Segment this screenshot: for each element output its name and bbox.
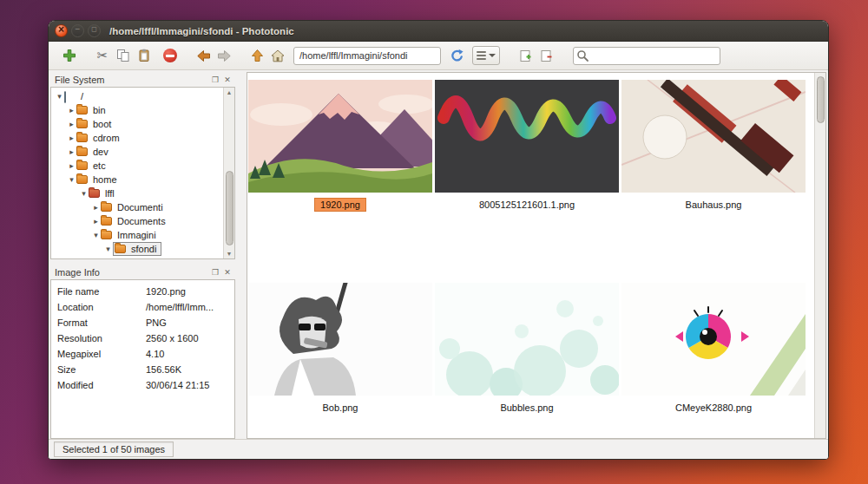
folder-icon — [115, 245, 126, 253]
scroll-down-icon[interactable]: ▼ — [224, 249, 234, 258]
selection-status: Selected 1 of 50 images — [54, 441, 174, 457]
add-button[interactable] — [59, 45, 80, 66]
paste-icon — [137, 49, 151, 62]
tree-scrollbar[interactable]: ▲ ▼ — [223, 88, 234, 258]
path-input[interactable] — [293, 47, 441, 65]
float-panel-icon[interactable]: ❐ — [210, 267, 220, 278]
delete-button[interactable] — [160, 45, 181, 66]
scissors-icon: ✂ — [97, 48, 108, 63]
copy-button[interactable] — [113, 45, 134, 66]
info-row-megapixel: Megapixel4.10 — [51, 346, 234, 362]
folder-icon — [76, 120, 88, 128]
expander-icon[interactable] — [55, 89, 64, 103]
rainbow-wave-image[interactable] — [435, 80, 619, 193]
thumbnail-bob[interactable]: Bob.png — [248, 283, 432, 415]
thumbnail-grid: 1920.png — [247, 73, 825, 415]
expander-icon[interactable] — [67, 117, 76, 131]
expander-icon[interactable] — [67, 159, 76, 173]
thumbnail-bauhaus[interactable]: Bauhaus.png — [621, 80, 806, 212]
home-button[interactable] — [267, 45, 288, 66]
titlebar[interactable]: /home/lffl/Immagini/sfondi - Phototonic — [49, 21, 828, 42]
tree-item-cdrom[interactable]: cdrom — [51, 131, 234, 145]
expander-icon[interactable] — [67, 103, 76, 117]
thumbnail-label: Bob.png — [317, 401, 365, 415]
expander-icon[interactable] — [91, 200, 101, 214]
main-content: File System ❐ ✕ / bin — [49, 70, 828, 439]
back-button[interactable] — [193, 45, 214, 66]
scroll-up-icon[interactable]: ▲ — [224, 88, 234, 97]
cut-button[interactable]: ✂ — [92, 45, 113, 66]
maximize-button[interactable] — [88, 24, 101, 37]
expander-icon[interactable] — [67, 145, 76, 159]
thumb-pages-collapse-button[interactable] — [536, 45, 557, 66]
computer-icon — [64, 92, 76, 101]
back-arrow-icon — [196, 49, 211, 62]
image-info-table: File name1920.png Location/home/lffl/Imm… — [50, 279, 235, 439]
bauhaus-shapes-image[interactable] — [621, 80, 806, 193]
tree-item-sfondi[interactable]: sfondi — [51, 242, 234, 256]
expander-icon[interactable] — [103, 242, 113, 256]
file-system-tree: / bin boot — [50, 87, 235, 259]
phototonic-window: /home/lffl/Immagini/sfondi - Phototonic … — [48, 20, 829, 460]
page-minus-icon — [540, 49, 554, 62]
bob-portrait-image[interactable] — [248, 283, 432, 396]
tree-item-boot[interactable]: boot — [51, 117, 234, 131]
scrollbar-thumb[interactable] — [817, 76, 825, 123]
tree-item-documenti[interactable]: Documenti — [51, 200, 234, 214]
expander-icon[interactable] — [91, 228, 101, 242]
expander-icon[interactable] — [67, 131, 76, 145]
up-arrow-icon — [251, 49, 264, 62]
info-row-resolution: Resolution2560 x 1600 — [51, 330, 234, 346]
thumbnail-bubbles[interactable]: Bubbles.png — [435, 283, 619, 415]
tree-item-lffl[interactable]: lffl — [51, 186, 234, 200]
thumbnail-label: 8005125121601.1.png — [473, 198, 581, 212]
scrollbar-thumb[interactable] — [226, 171, 233, 245]
expander-icon[interactable] — [79, 186, 89, 200]
home-icon — [271, 49, 285, 62]
tree-item-documents[interactable]: Documents — [51, 214, 234, 228]
forward-button[interactable] — [214, 45, 234, 66]
folder-icon — [89, 189, 100, 198]
mountain-landscape-image[interactable] — [248, 80, 432, 193]
close-panel-icon[interactable]: ✕ — [222, 75, 233, 85]
copy-icon — [116, 49, 130, 62]
paste-button[interactable] — [134, 45, 155, 66]
float-panel-icon[interactable]: ❐ — [210, 75, 220, 85]
expander-icon[interactable] — [91, 214, 101, 228]
folder-icon — [76, 161, 88, 170]
list-lines-icon — [477, 51, 486, 60]
refresh-button[interactable] — [446, 45, 467, 66]
close-button[interactable] — [55, 24, 68, 37]
teal-bubbles-image[interactable] — [435, 283, 619, 396]
up-button[interactable] — [247, 45, 267, 66]
info-row-format: FormatPNG — [51, 315, 234, 330]
tree-item-dev[interactable]: dev — [51, 145, 234, 159]
tree-item-bin[interactable]: bin — [51, 103, 234, 117]
cmyk-eye-image[interactable] — [621, 283, 806, 396]
chevron-down-icon — [489, 54, 496, 57]
tree-item-home[interactable]: home — [51, 173, 234, 186]
tree-item-root[interactable]: / — [51, 89, 234, 103]
thumbnail-8005125121601[interactable]: 8005125121601.1.png — [435, 80, 619, 212]
thumbnail-1920[interactable]: 1920.png — [248, 80, 432, 212]
forward-arrow-icon — [217, 49, 232, 62]
page-plus-icon — [519, 49, 533, 62]
search-input[interactable] — [573, 47, 720, 65]
thumb-pages-button[interactable] — [516, 45, 536, 66]
info-row-size: Size156.56K — [51, 362, 234, 377]
tree-item-immagini[interactable]: Immagini — [51, 228, 234, 242]
thumbnail-scrollbar[interactable] — [814, 73, 825, 438]
folder-icon — [76, 134, 88, 142]
plus-icon — [62, 49, 76, 62]
folder-icon — [101, 203, 112, 212]
status-bar: Selected 1 of 50 images — [49, 439, 828, 459]
thumbnail-label: Bauhaus.png — [680, 198, 748, 212]
tree-item-etc[interactable]: etc — [51, 159, 234, 173]
expander-icon[interactable] — [67, 173, 76, 186]
view-options-button[interactable] — [472, 46, 500, 65]
minimize-button[interactable] — [71, 24, 84, 37]
close-panel-icon[interactable]: ✕ — [222, 267, 233, 278]
info-row-filename: File name1920.png — [51, 284, 234, 299]
image-info-panel: Image Info ❐ ✕ File name1920.png Locatio… — [50, 265, 235, 439]
thumbnail-cmeyek[interactable]: CMeyeK2880.png — [621, 283, 806, 415]
